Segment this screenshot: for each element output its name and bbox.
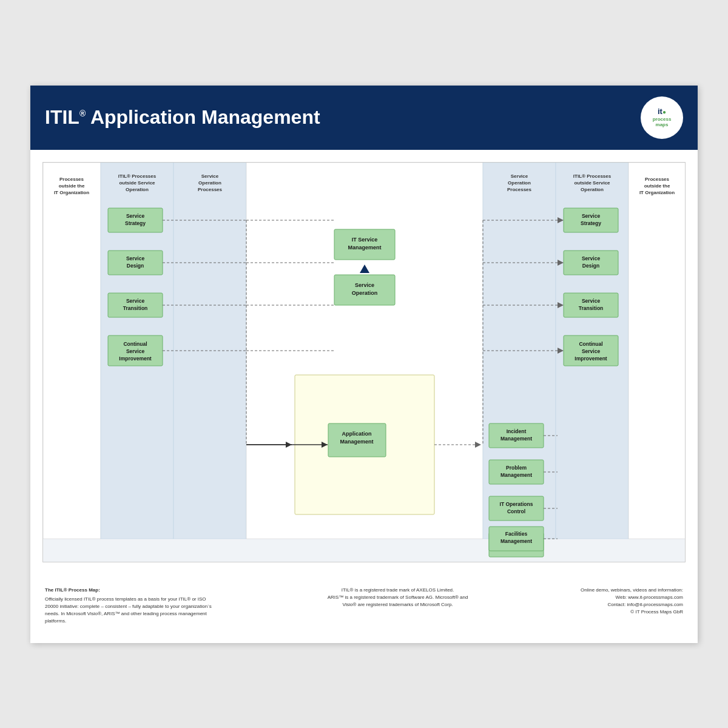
svg-text:Operation: Operation xyxy=(352,290,378,296)
svg-text:IT Organization: IT Organization xyxy=(54,190,89,195)
footer-center: ITIL® is a registered trade mark of AXEL… xyxy=(328,587,468,608)
title-itil: ITIL xyxy=(45,106,79,128)
svg-text:Control: Control xyxy=(507,508,525,514)
svg-text:Processes: Processes xyxy=(59,177,84,182)
footer-left: The ITIL® Process Map: Officially licens… xyxy=(45,587,215,625)
footer-right-web: Web: www.it-processmaps.com xyxy=(581,594,683,601)
svg-text:Improvement: Improvement xyxy=(575,356,607,362)
svg-text:outside Service: outside Service xyxy=(119,180,155,186)
svg-text:ITIL® Processes: ITIL® Processes xyxy=(573,174,612,179)
svg-text:Continual: Continual xyxy=(123,341,147,347)
footer-right: Online demo, webinars, videos and inform… xyxy=(581,587,683,616)
title-sup: ® xyxy=(79,109,86,118)
footer-right-contact: Contact: info@it-processmaps.com xyxy=(581,601,683,608)
svg-text:Application: Application xyxy=(342,431,372,437)
svg-text:Design: Design xyxy=(582,263,599,269)
svg-text:Service: Service xyxy=(582,348,601,354)
svg-text:IT Operations: IT Operations xyxy=(500,501,533,507)
logo-it: it● xyxy=(658,107,666,116)
header: ITIL® Application Management it● process… xyxy=(30,86,698,150)
logo-badge: it● process maps xyxy=(641,96,683,139)
svg-text:Service: Service xyxy=(582,213,601,219)
diagram: Processes outside the IT Organization IT… xyxy=(42,162,686,562)
svg-text:Service: Service xyxy=(582,255,601,261)
svg-text:Problem: Problem xyxy=(506,465,527,471)
svg-text:Management: Management xyxy=(340,439,373,445)
title-subtitle: Application Management xyxy=(90,106,320,128)
svg-text:Processes: Processes xyxy=(198,187,223,192)
svg-text:Service: Service xyxy=(126,348,145,354)
svg-text:outside the: outside the xyxy=(644,183,670,189)
svg-rect-0 xyxy=(43,163,101,539)
footer-right-title: Online demo, webinars, videos and inform… xyxy=(581,587,683,594)
svg-text:outside Service: outside Service xyxy=(574,180,610,186)
svg-text:ITIL® Processes: ITIL® Processes xyxy=(118,174,157,179)
svg-text:Transition: Transition xyxy=(123,305,148,311)
diagram-svg: Processes outside the IT Organization IT… xyxy=(43,163,686,562)
footer-center-text: ITIL® is a registered trade mark of AXEL… xyxy=(328,587,468,608)
svg-text:Service: Service xyxy=(511,174,528,179)
svg-text:Continual: Continual xyxy=(579,341,602,347)
svg-text:Service: Service xyxy=(355,282,374,288)
svg-text:Management: Management xyxy=(500,472,532,478)
page-title: ITIL® Application Management xyxy=(45,106,320,129)
logo-it-text: it xyxy=(658,107,662,116)
svg-text:Service: Service xyxy=(582,298,601,304)
svg-text:outside the: outside the xyxy=(59,183,85,189)
svg-text:Operation: Operation xyxy=(198,180,221,186)
svg-text:Incident: Incident xyxy=(507,428,527,434)
svg-text:Management: Management xyxy=(500,436,532,442)
main-content: Processes outside the IT Organization IT… xyxy=(30,150,698,575)
svg-text:Processes: Processes xyxy=(507,187,532,192)
svg-text:Operation: Operation xyxy=(126,187,149,192)
svg-rect-6 xyxy=(629,163,686,539)
svg-text:Transition: Transition xyxy=(579,305,604,311)
svg-text:Management: Management xyxy=(500,538,532,544)
logo-process: process xyxy=(653,116,672,123)
svg-text:Design: Design xyxy=(127,263,144,269)
page: ITIL® Application Management it● process… xyxy=(30,86,698,643)
svg-text:Service: Service xyxy=(126,255,145,261)
svg-text:Management: Management xyxy=(348,244,381,251)
svg-text:Service: Service xyxy=(126,298,145,304)
svg-text:Strategy: Strategy xyxy=(125,220,146,226)
svg-text:Facilities: Facilities xyxy=(505,531,528,537)
logo-maps: maps xyxy=(656,122,669,128)
svg-text:Strategy: Strategy xyxy=(581,220,601,226)
footer-left-text: Officially licensed ITIL® process templa… xyxy=(45,596,215,625)
svg-text:Operation: Operation xyxy=(508,180,531,186)
svg-text:Operation: Operation xyxy=(581,187,604,192)
svg-text:Service: Service xyxy=(126,213,145,219)
svg-text:Service: Service xyxy=(201,174,219,179)
svg-text:Processes: Processes xyxy=(645,177,670,182)
svg-text:Improvement: Improvement xyxy=(119,356,152,362)
svg-text:IT Organization: IT Organization xyxy=(639,190,675,195)
svg-text:IT Service: IT Service xyxy=(352,237,378,243)
footer: The ITIL® Process Map: Officially licens… xyxy=(30,575,698,631)
footer-left-title: The ITIL® Process Map: xyxy=(45,587,215,594)
footer-right-copy: © IT Process Maps GbR xyxy=(581,608,683,616)
